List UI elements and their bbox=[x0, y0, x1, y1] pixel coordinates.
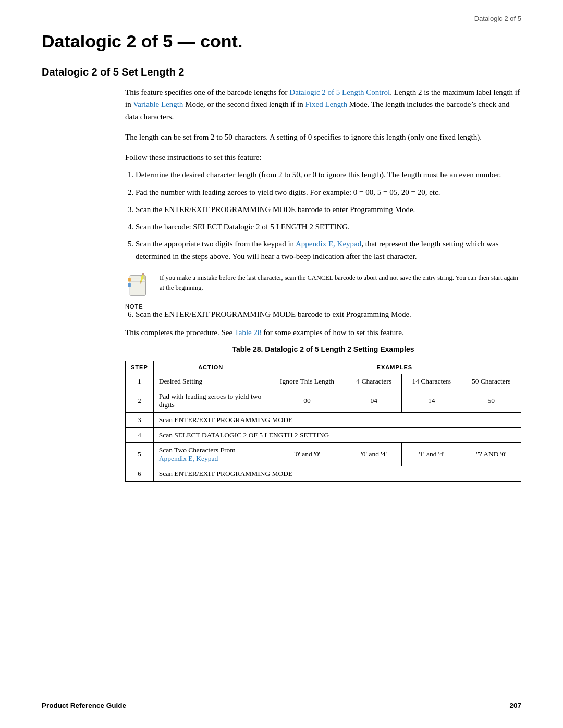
completes-text: This completes the procedure. See Table … bbox=[125, 327, 521, 339]
intro-paragraph-2: The length can be set from 2 to 50 chara… bbox=[125, 131, 521, 143]
link-table28[interactable]: Table 28 bbox=[235, 328, 262, 337]
row2-action: Pad with leading zeroes to yield two dig… bbox=[153, 389, 268, 412]
intro-paragraph-1: This feature specifies one of the barcod… bbox=[125, 87, 521, 123]
table-row: 6 Scan ENTER/EXIT PROGRAMMING MODE bbox=[126, 466, 521, 481]
svg-rect-5 bbox=[128, 283, 131, 287]
row5-ex2: '0' and '4' bbox=[346, 442, 401, 466]
svg-rect-4 bbox=[128, 278, 131, 281]
page-header: Datalogic 2 of 5 bbox=[474, 15, 521, 22]
table-body: 1 Desired Setting Ignore This Length 4 C… bbox=[126, 374, 521, 481]
row1-step: 1 bbox=[126, 374, 154, 389]
row1-ex1: Ignore This Length bbox=[268, 374, 346, 389]
steps-list-2: Scan the ENTER/EXIT PROGRAMMING MODE bar… bbox=[136, 309, 521, 320]
row2-ex3: 14 bbox=[401, 389, 461, 412]
row1-action: Desired Setting bbox=[153, 374, 268, 389]
table-row: 3 Scan ENTER/EXIT PROGRAMMING MODE bbox=[126, 412, 521, 427]
step-5: Scan the appropriate two digits from the… bbox=[136, 238, 521, 263]
row6-step: 6 bbox=[126, 466, 154, 481]
note-text: If you make a mistake before the last ch… bbox=[160, 272, 521, 293]
link-variable-length[interactable]: Variable Length bbox=[133, 100, 183, 108]
footer-left: Product Reference Guide bbox=[42, 701, 126, 709]
note-box: NOTE If you make a mistake before the la… bbox=[125, 272, 521, 299]
row5-step: 5 bbox=[126, 442, 154, 466]
table-row: 4 Scan SELECT DATALOGIC 2 OF 5 LENGTH 2 … bbox=[126, 427, 521, 442]
step-3: Scan the ENTER/EXIT PROGRAMMING MODE bar… bbox=[136, 204, 521, 216]
table-row: 2 Pad with leading zeroes to yield two d… bbox=[126, 389, 521, 412]
row2-ex1: 00 bbox=[268, 389, 346, 412]
row5-action: Scan Two Characters From Appendix E, Key… bbox=[153, 442, 268, 466]
table-row: 5 Scan Two Characters From Appendix E, K… bbox=[126, 442, 521, 466]
table-title: Table 28. Datalogic 2 of 5 Length 2 Sett… bbox=[125, 344, 521, 355]
row5-ex3: '1' and '4' bbox=[401, 442, 461, 466]
row2-ex4: 50 bbox=[461, 389, 521, 412]
row5-ex1: '0' and '0' bbox=[268, 442, 346, 466]
note-icon: NOTE bbox=[125, 272, 152, 299]
note-label: NOTE bbox=[125, 303, 152, 310]
row4-step: 4 bbox=[126, 427, 154, 442]
step-2: Pad the number with leading zeroes to yi… bbox=[136, 187, 521, 199]
footer-right: 207 bbox=[509, 701, 521, 709]
setting-table: STEP ACTION EXAMPLES 1 Desired Setting I… bbox=[125, 361, 521, 482]
section-title: Datalogic 2 of 5 Set Length 2 bbox=[42, 66, 521, 78]
page-footer: Product Reference Guide 207 bbox=[42, 697, 521, 709]
chapter-title: Datalogic 2 of 5 — cont. bbox=[42, 31, 521, 52]
link-fixed-length[interactable]: Fixed Length bbox=[305, 100, 347, 108]
step-4: Scan the barcode: SELECT Datalogic 2 of … bbox=[136, 221, 521, 233]
row2-ex2: 04 bbox=[346, 389, 401, 412]
row1-ex2: 4 Characters bbox=[346, 374, 401, 389]
row3-action: Scan ENTER/EXIT PROGRAMMING MODE bbox=[153, 412, 521, 427]
row1-ex3: 14 Characters bbox=[401, 374, 461, 389]
row4-action: Scan SELECT DATALOGIC 2 OF 5 LENGTH 2 SE… bbox=[153, 427, 521, 442]
col-action: ACTION bbox=[153, 361, 268, 374]
table-row: 1 Desired Setting Ignore This Length 4 C… bbox=[126, 374, 521, 389]
link-appendix-e-table[interactable]: Appendix E, Keypad bbox=[159, 454, 218, 462]
row6-action: Scan ENTER/EXIT PROGRAMMING MODE bbox=[153, 466, 521, 481]
intro-text-1c: Mode, or the second fixed length if in bbox=[183, 100, 305, 108]
col-examples: EXAMPLES bbox=[268, 361, 521, 374]
col-step: STEP bbox=[126, 361, 154, 374]
step-6: Scan the ENTER/EXIT PROGRAMMING MODE bar… bbox=[136, 309, 521, 320]
steps-list: Determine the desired character length (… bbox=[136, 169, 521, 263]
intro-text-1a: This feature specifies one of the barcod… bbox=[125, 88, 289, 96]
follow-instructions-text: Follow these instructions to set this fe… bbox=[125, 152, 521, 164]
row1-ex4: 50 Characters bbox=[461, 374, 521, 389]
row5-ex4: '5' AND '0' bbox=[461, 442, 521, 466]
link-length-control[interactable]: Datalogic 2 of 5 Length Control bbox=[289, 88, 390, 96]
row3-step: 3 bbox=[126, 412, 154, 427]
link-appendix-e[interactable]: Appendix E, Keypad bbox=[296, 240, 361, 248]
step-1: Determine the desired character length (… bbox=[136, 169, 521, 181]
row2-step: 2 bbox=[126, 389, 154, 412]
